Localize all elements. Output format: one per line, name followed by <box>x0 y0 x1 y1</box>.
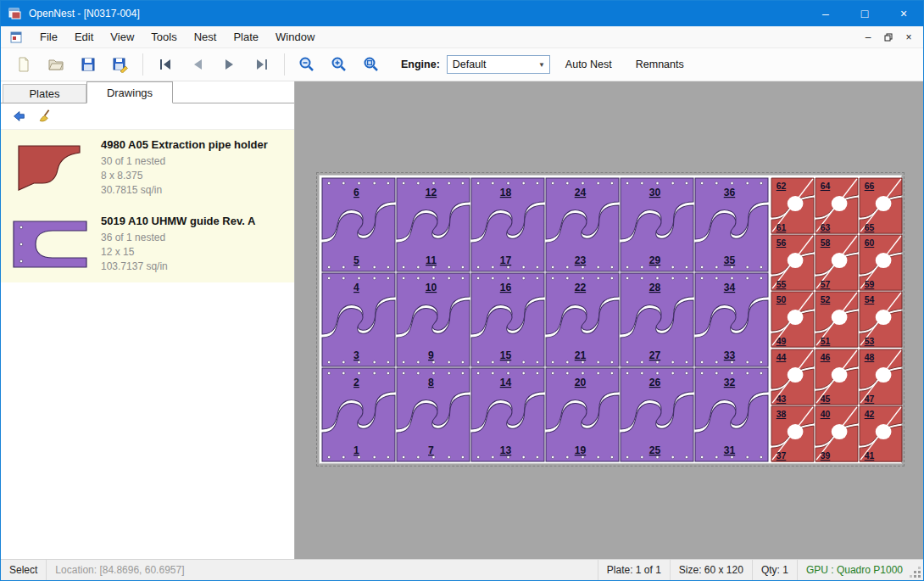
drawing-item-2[interactable]: 5019 A10 UHMW guide Rev. A 36 of 1 neste… <box>1 206 294 282</box>
purple-part-pair[interactable]: 22 21 <box>545 272 620 367</box>
menu-nest[interactable]: Nest <box>186 27 225 47</box>
purple-part-pair[interactable]: 30 29 <box>620 177 694 272</box>
drawing-area: 30.7815 sq/in <box>101 183 268 198</box>
part-number: 59 <box>865 281 875 290</box>
resize-grip[interactable] <box>911 560 923 580</box>
red-part-pair[interactable]: 64 63 <box>815 177 859 234</box>
purple-part-pair[interactable]: 36 35 <box>694 177 769 272</box>
save-as-button[interactable] <box>106 51 135 78</box>
red-part-pair[interactable]: 52 51 <box>815 291 859 348</box>
red-part-pair[interactable]: 44 43 <box>771 349 815 405</box>
red-part-pair[interactable]: 42 41 <box>859 405 903 462</box>
purple-pair-svg: 36 35 <box>694 177 769 272</box>
tab-drawings[interactable]: Drawings <box>86 81 173 103</box>
purple-pair-svg: 18 17 <box>470 177 545 272</box>
purple-part-pair[interactable]: 14 13 <box>470 367 545 462</box>
previous-plate-button[interactable] <box>183 51 212 78</box>
mdi-close-button[interactable]: × <box>899 29 918 46</box>
red-part-pair[interactable]: 56 55 <box>771 234 815 291</box>
part-number: 17 <box>500 254 512 266</box>
last-plate-button[interactable] <box>248 51 276 78</box>
open-button[interactable] <box>42 51 70 78</box>
part-number: 56 <box>776 238 787 248</box>
maximize-button[interactable]: □ <box>845 1 884 26</box>
purple-part-pair[interactable]: 12 11 <box>396 177 470 272</box>
part-number: 42 <box>865 410 875 419</box>
mdi-window-controls: – × <box>859 29 923 46</box>
part-number: 20 <box>575 377 587 388</box>
purple-pair-svg: 30 29 <box>620 177 694 272</box>
drawing-item-1[interactable]: 4980 A05 Extraction pipe holder 30 of 1 … <box>1 130 294 206</box>
purple-part-pair[interactable]: 6 5 <box>321 177 396 272</box>
zoom-in-button[interactable] <box>325 51 353 78</box>
first-plate-button[interactable] <box>151 51 180 78</box>
mdi-restore-button[interactable] <box>879 29 898 46</box>
red-part-pair[interactable]: 54 53 <box>859 291 903 348</box>
red-part-pair[interactable]: 50 49 <box>771 291 815 348</box>
red-part-pair[interactable]: 40 39 <box>815 405 859 462</box>
engine-select[interactable]: Default ▼ <box>447 55 550 74</box>
red-part-pair[interactable]: 60 59 <box>859 234 903 291</box>
red-part-pair[interactable]: 48 47 <box>859 349 903 405</box>
part-number: 53 <box>865 338 875 347</box>
red-part-pair[interactable]: 66 65 <box>859 177 903 234</box>
purple-part-pair[interactable]: 34 33 <box>694 272 769 367</box>
purple-part-pair[interactable]: 4 3 <box>321 272 396 367</box>
red-pair-svg: 60 59 <box>859 234 903 291</box>
red-part-pair[interactable]: 62 61 <box>771 177 815 234</box>
purple-part-pair[interactable]: 26 25 <box>620 367 694 462</box>
purple-part-pair[interactable]: 32 31 <box>694 367 769 462</box>
red-part-pair[interactable]: 46 45 <box>815 349 859 405</box>
red-pair-svg: 50 49 <box>771 291 815 348</box>
next-plate-button[interactable] <box>215 51 244 78</box>
part-number: 26 <box>649 377 661 388</box>
part-number: 7 <box>428 444 434 456</box>
part-number: 8 <box>428 377 434 388</box>
red-pair-svg: 64 63 <box>815 177 859 234</box>
purple-part-pair[interactable]: 20 19 <box>545 367 620 462</box>
menu-window[interactable]: Window <box>267 27 323 47</box>
purple-part-pair[interactable]: 2 1 <box>321 367 396 462</box>
purple-pair-svg: 20 19 <box>545 367 620 462</box>
auto-nest-button[interactable]: Auto Nest <box>557 53 621 75</box>
part-number: 50 <box>776 296 787 305</box>
purple-part-pair[interactable]: 8 7 <box>396 367 470 462</box>
purple-part-pair[interactable]: 24 23 <box>545 177 620 272</box>
clean-button[interactable] <box>35 105 57 127</box>
new-button[interactable] <box>9 51 38 78</box>
drawing-info-2: 5019 A10 UHMW guide Rev. A 36 of 1 neste… <box>101 215 255 274</box>
zoom-fit-button[interactable] <box>357 51 386 78</box>
plate[interactable]: 6 5 12 11 18 17 24 23 30 29 36 35 4 3 <box>319 175 902 464</box>
part-number: 58 <box>821 238 831 248</box>
purple-part-pair[interactable]: 10 9 <box>396 272 470 367</box>
minimize-button[interactable]: – <box>806 1 845 26</box>
menu-edit[interactable]: Edit <box>66 27 102 47</box>
nest-canvas[interactable]: 6 5 12 11 18 17 24 23 30 29 36 35 4 3 <box>295 81 923 559</box>
purple-part-pair[interactable]: 16 15 <box>470 272 545 367</box>
red-part-pair[interactable]: 38 37 <box>771 405 815 462</box>
part-number: 44 <box>776 353 787 362</box>
purple-part-pair[interactable]: 18 17 <box>470 177 545 272</box>
save-button[interactable] <box>74 51 103 78</box>
zoom-out-button[interactable] <box>292 51 321 78</box>
document-icon[interactable] <box>9 31 23 44</box>
close-button[interactable]: × <box>884 1 923 26</box>
menu-plate[interactable]: Plate <box>225 27 267 47</box>
menu-view[interactable]: View <box>102 27 142 47</box>
menu-file[interactable]: File <box>31 27 66 47</box>
drawing-title: 4980 A05 Extraction pipe holder <box>101 138 268 151</box>
red-part-pair[interactable]: 58 57 <box>815 234 859 291</box>
mdi-minimize-button[interactable]: – <box>859 29 877 46</box>
tab-plates[interactable]: Plates <box>3 84 86 103</box>
app-icon <box>8 7 22 20</box>
red-pair-svg: 56 55 <box>771 234 815 291</box>
part-number: 64 <box>821 182 831 191</box>
part-number: 65 <box>865 223 875 232</box>
new-file-icon <box>15 56 32 73</box>
purple-part-pair[interactable]: 28 27 <box>620 272 694 367</box>
menu-tools[interactable]: Tools <box>142 27 185 47</box>
remnants-button[interactable]: Remnants <box>627 53 693 75</box>
send-to-plate-button[interactable] <box>8 105 30 127</box>
part-number: 30 <box>649 187 661 198</box>
red-pair-svg: 66 65 <box>859 177 903 234</box>
